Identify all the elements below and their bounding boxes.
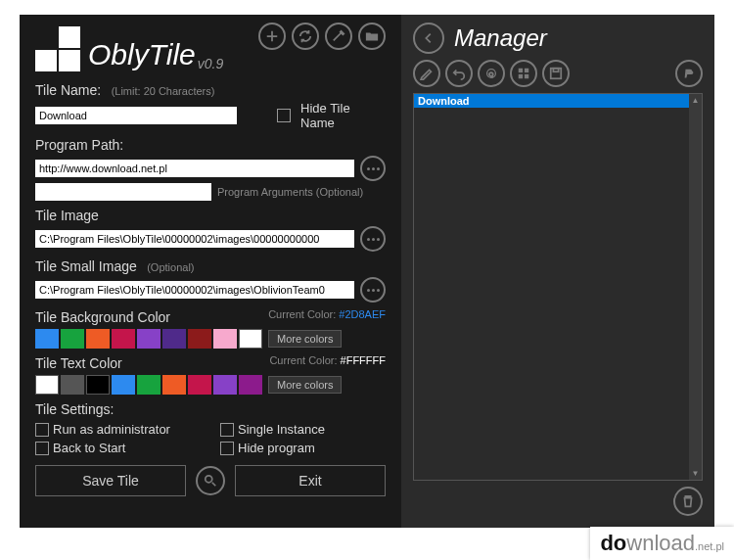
search-icon[interactable]: [196, 466, 225, 495]
color-swatch[interactable]: [188, 375, 211, 395]
app-logo: [35, 26, 80, 71]
color-swatch[interactable]: [61, 329, 84, 349]
settings-icon[interactable]: [325, 23, 352, 50]
more-colors-button[interactable]: More colors: [268, 376, 342, 394]
run-as-admin-checkbox[interactable]: [35, 423, 49, 437]
windows-icon[interactable]: [510, 60, 537, 87]
color-swatch[interactable]: [86, 329, 110, 349]
paypal-icon[interactable]: [675, 60, 703, 87]
more-colors-button[interactable]: More colors: [268, 330, 342, 348]
tile-settings-label: Tile Settings:: [35, 401, 114, 417]
color-swatch[interactable]: [162, 375, 186, 395]
color-swatch[interactable]: [162, 329, 186, 349]
tile-small-image-hint: (Optional): [147, 261, 194, 273]
color-swatch[interactable]: [112, 329, 135, 349]
color-swatch[interactable]: [239, 375, 262, 395]
app-name: OblyTile: [88, 38, 196, 71]
browse-image-button[interactable]: [360, 226, 386, 252]
text-color-label: Tile Text Color: [35, 355, 122, 371]
tile-name-input[interactable]: [35, 107, 237, 124]
save-icon[interactable]: [542, 60, 570, 87]
color-swatch[interactable]: [35, 375, 59, 395]
svg-rect-7: [551, 69, 562, 79]
tile-list[interactable]: Download ▲ ▼: [413, 93, 703, 481]
svg-rect-5: [519, 74, 523, 78]
refresh-icon[interactable]: [292, 23, 319, 50]
browse-small-image-button[interactable]: [360, 277, 386, 303]
svg-rect-8: [553, 69, 558, 72]
exit-button[interactable]: Exit: [235, 465, 386, 496]
tile-name-label: Tile Name:: [35, 82, 101, 98]
save-tile-button[interactable]: Save Tile: [35, 465, 186, 496]
color-swatch[interactable]: [112, 375, 135, 395]
color-swatch[interactable]: [35, 329, 59, 349]
program-args-hint: Program Arguments (Optional): [217, 186, 363, 198]
tile-name-hint: (Limit: 20 Characters): [112, 85, 215, 97]
svg-rect-4: [525, 69, 528, 72]
quick-icon[interactable]: Q: [478, 60, 505, 87]
color-swatch[interactable]: [61, 375, 84, 395]
app-version: v0.9: [198, 56, 223, 71]
list-item[interactable]: Download: [414, 94, 689, 108]
color-swatch[interactable]: [188, 329, 211, 349]
watermark: download.net.pl: [590, 527, 734, 560]
program-args-input[interactable]: [35, 183, 211, 201]
color-swatch[interactable]: [137, 375, 161, 395]
svg-point-0: [206, 476, 212, 483]
color-swatch[interactable]: [239, 329, 262, 349]
undo-icon[interactable]: [445, 60, 473, 87]
back-icon[interactable]: [413, 23, 444, 54]
bg-color-value: #2D8AEF: [339, 308, 386, 320]
program-path-label: Program Path:: [35, 137, 123, 153]
single-instance-checkbox[interactable]: [220, 423, 234, 437]
tile-small-image-label: Tile Small Image: [35, 258, 137, 274]
svg-text:Q: Q: [489, 70, 494, 77]
bg-color-label: Tile Background Color: [35, 309, 170, 325]
scrollbar[interactable]: ▲ ▼: [689, 94, 702, 480]
tile-small-image-input[interactable]: [35, 281, 354, 299]
hide-program-checkbox[interactable]: [220, 442, 234, 455]
folder-icon[interactable]: [358, 23, 386, 50]
color-swatch[interactable]: [213, 329, 237, 349]
svg-rect-6: [525, 74, 528, 78]
edit-icon[interactable]: [413, 60, 440, 87]
text-color-value: #FFFFFF: [341, 354, 386, 366]
hide-tile-name-checkbox[interactable]: [277, 109, 291, 122]
tile-image-label: Tile Image: [35, 208, 99, 223]
svg-rect-3: [519, 69, 523, 72]
back-to-start-checkbox[interactable]: [35, 442, 49, 455]
hide-tile-name-label: Hide Tile Name: [300, 101, 386, 130]
browse-path-button[interactable]: [360, 156, 386, 181]
manager-title: Manager: [454, 24, 547, 52]
program-path-input[interactable]: [35, 160, 354, 177]
color-swatch[interactable]: [86, 375, 110, 395]
color-swatch[interactable]: [137, 329, 161, 349]
add-tile-icon[interactable]: [258, 23, 286, 50]
tile-image-input[interactable]: [35, 230, 354, 248]
color-swatch[interactable]: [213, 375, 237, 395]
delete-icon[interactable]: [673, 487, 703, 516]
